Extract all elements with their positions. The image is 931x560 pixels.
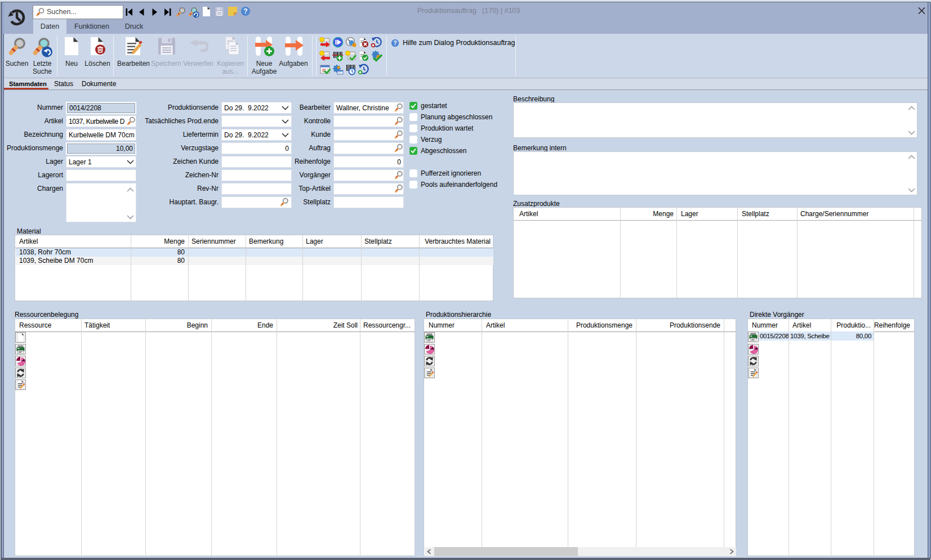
svg-text:?: ? [393,40,397,46]
svg-text:?: ? [243,7,247,15]
